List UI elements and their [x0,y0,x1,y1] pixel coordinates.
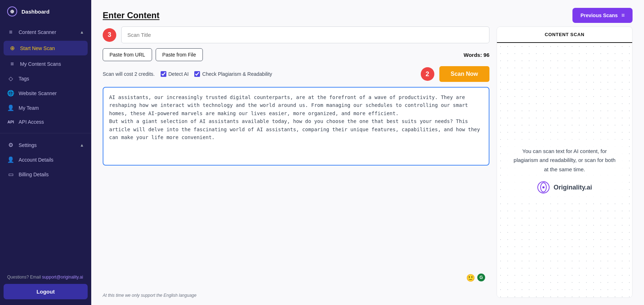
settings-chevron: ▲ [80,143,84,148]
tags-icon: ◇ [7,75,14,82]
settings-label: Settings [19,142,75,148]
sidebar-logo-label: Dashboard [21,9,49,15]
plagiarism-checkbox[interactable] [194,71,200,77]
textarea-icons: 🙂 G [466,274,485,282]
originality-icon [537,181,550,194]
sidebar-section-settings: ⚙ Settings ▲ 👤 Account Details ▭ Billing… [0,136,91,184]
language-note: At this time we only support the English… [103,293,489,298]
website-scanner-icon: 🌐 [7,90,14,97]
account-icon: 👤 [7,156,14,163]
prev-scans-label: Previous Scans [580,13,618,18]
content-scanner-chevron: ▲ [80,30,84,35]
options-row: Scan will cost 2 credits. Detect AI Chec… [103,66,489,82]
right-panel: CONTENT SCAN You can scan text for AI co… [497,26,633,298]
support-email-link[interactable]: support@originality.ai [42,275,83,280]
my-scans-icon: ≡ [9,61,16,67]
logo-icon: ⊕ [7,6,17,16]
website-scanner-label: Website Scanner [19,90,84,96]
sidebar-logo[interactable]: ⊕ Dashboard [0,0,91,23]
sidebar: ⊕ Dashboard ≡ Content Scanner ▲ ⊕ Start … [0,0,91,305]
scan-title-input[interactable] [121,26,489,43]
sidebar-section-main: ≡ Content Scanner ▲ ⊕ Start New Scan ≡ M… [0,23,91,131]
settings-icon: ⚙ [7,142,14,148]
my-scans-label: My Content Scans [20,61,84,67]
start-scan-label: Start New Scan [20,45,83,51]
svg-point-2 [542,186,545,188]
sidebar-item-my-team[interactable]: 👤 My Team [0,100,91,115]
prev-scans-icon: ≡ [621,12,625,19]
account-label: Account Details [19,157,84,163]
paste-file-button[interactable]: Paste from File [156,48,203,61]
billing-icon: ▭ [7,171,14,178]
step3-badge: 3 [103,28,116,42]
scan-now-button[interactable]: Scan Now [439,66,489,82]
api-label: API Access [19,119,84,125]
page-title: Enter Content [103,10,160,20]
originality-logo: Originality.ai [537,181,592,194]
sidebar-item-my-content-scans[interactable]: ≡ My Content Scans [0,57,91,71]
content-textarea[interactable] [103,87,489,166]
sidebar-item-account-details[interactable]: 👤 Account Details [0,152,91,167]
right-panel-inner: You can scan text for AI content, for pl… [506,139,624,201]
sidebar-divider [0,133,91,133]
detect-ai-checkbox[interactable] [161,71,166,77]
textarea-wrapper: 🙂 G [103,87,489,286]
content-scanner-label: Content Scanner [19,29,75,35]
grammarly-icon[interactable]: G [477,274,485,281]
originality-logo-text: Originality.ai [553,182,592,193]
sidebar-item-billing-details[interactable]: ▭ Billing Details [0,167,91,182]
billing-label: Billing Details [19,172,84,177]
api-icon: API [7,120,14,124]
sidebar-item-content-scanner[interactable]: ≡ Content Scanner ▲ [0,25,91,39]
scan-cost: Scan will cost 2 credits. [103,71,155,77]
sidebar-item-api-access[interactable]: API API Access [0,115,91,129]
main-header: Enter Content Previous Scans ≡ [91,0,644,26]
emoji-icon[interactable]: 🙂 [466,274,475,282]
step2-badge: 2 [421,67,434,81]
sidebar-item-start-new-scan[interactable]: ⊕ Start New Scan [4,41,88,55]
right-panel-tabs: CONTENT SCAN [497,27,632,43]
previous-scans-button[interactable]: Previous Scans ≡ [572,8,633,23]
paste-url-button[interactable]: Paste from URL [103,48,152,61]
plagiarism-label: Check Plagiarism & Readability [202,71,272,77]
right-panel-body: You can scan text for AI content, for pl… [497,43,632,297]
detect-ai-checkbox-group[interactable]: Detect AI [161,71,189,77]
logout-button[interactable]: Logout [4,284,88,299]
my-team-label: My Team [19,105,84,111]
tags-label: Tags [19,76,84,82]
sidebar-item-tags[interactable]: ◇ Tags [0,71,91,86]
sidebar-item-settings[interactable]: ⚙ Settings ▲ [0,138,91,152]
button-row: Paste from URL Paste from File Words: 96 [103,48,489,61]
scan-now-wrapper: 2 Scan Now [421,66,489,82]
words-count: Words: 96 [464,52,489,58]
sidebar-support: Questions? Email support@originality.ai [0,271,91,282]
plagiarism-checkbox-group[interactable]: Check Plagiarism & Readability [194,71,272,77]
scan-title-row: 3 [103,26,489,43]
detect-ai-label: Detect AI [169,71,189,77]
right-panel-description: You can scan text for AI content, for pl… [513,147,616,174]
start-scan-icon: ⊕ [9,45,16,51]
tab-content-scan[interactable]: CONTENT SCAN [497,27,632,43]
main-body: 3 Paste from URL Paste from File Words: … [91,26,644,305]
sidebar-item-website-scanner[interactable]: 🌐 Website Scanner [0,86,91,100]
left-panel: 3 Paste from URL Paste from File Words: … [103,26,489,298]
main-content: Enter Content Previous Scans ≡ 3 Paste f… [91,0,644,305]
content-scanner-icon: ≡ [7,29,14,35]
my-team-icon: 👤 [7,104,14,111]
